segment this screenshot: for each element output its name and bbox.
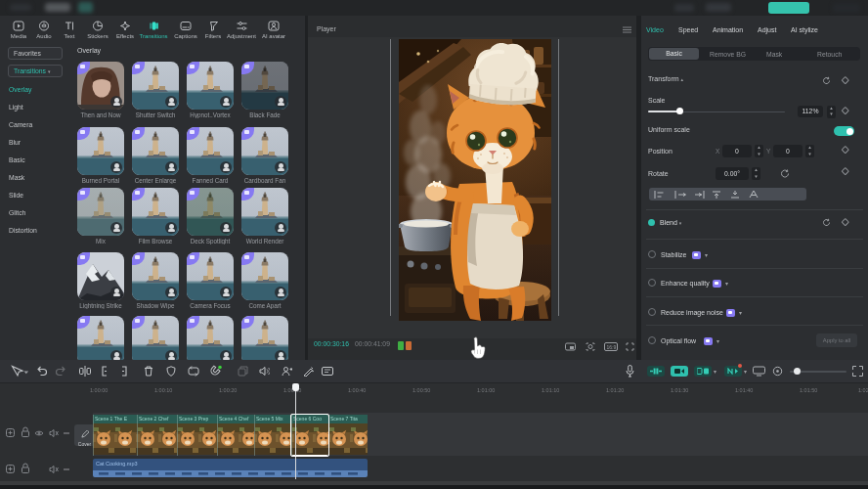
svg-text:16:9: 16:9 [607, 344, 617, 350]
